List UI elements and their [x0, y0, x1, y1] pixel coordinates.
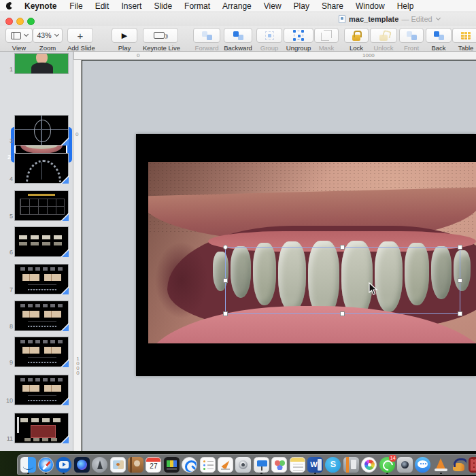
slide-thumbnail-4[interactable]: 4 — [14, 153, 69, 184]
slide-1-preview — [14, 53, 69, 74]
red-grid-app-icon — [469, 457, 476, 473]
dock-item-music[interactable] — [449, 454, 467, 475]
dock-item-dictionary[interactable] — [342, 454, 360, 475]
slide-thumbnail-10[interactable]: 10 — [14, 375, 69, 405]
menu-share[interactable]: Share — [316, 0, 350, 12]
window-title-bar: mac_template — Edited — [0, 12, 476, 26]
menu-file[interactable]: File — [63, 0, 88, 12]
group-button[interactable]: Group — [256, 28, 282, 52]
back-button[interactable]: Back — [426, 28, 452, 52]
lock-button[interactable]: Lock — [344, 28, 369, 52]
selection-handle-bottom-left[interactable] — [223, 311, 228, 316]
selection-handle-bottom-right[interactable] — [458, 311, 462, 316]
mask-button[interactable]: Mask — [314, 28, 339, 52]
dock-item-calendar[interactable]: 27 — [145, 454, 163, 475]
dock-item-tv[interactable] — [163, 454, 180, 475]
unlock-button[interactable]: Unlock — [370, 28, 397, 52]
display-icon — [154, 32, 165, 39]
quicktime-icon — [182, 457, 197, 473]
front-button[interactable]: Front — [399, 28, 424, 52]
running-indicator — [27, 473, 29, 475]
dock-item-finder[interactable] — [19, 454, 37, 475]
dock-item-siri[interactable] — [73, 454, 90, 475]
slide-thumbnail-7[interactable]: 7 — [14, 264, 69, 294]
forward-button[interactable]: Forward — [193, 28, 220, 52]
slide-thumbnail-8[interactable]: 8 — [14, 301, 69, 331]
add-slide-button[interactable]: + Add Slide — [67, 28, 93, 52]
selection-bounding-box[interactable] — [225, 247, 460, 314]
menu-arrange[interactable]: Arrange — [216, 0, 258, 12]
vertical-ruler: 0 1000 — [73, 60, 82, 451]
slide-thumbnail-1[interactable]: 1 — [14, 53, 69, 74]
slide-thumbnail-6[interactable]: 6 — [14, 226, 69, 257]
dock-item-quicktime[interactable] — [181, 454, 199, 475]
dock-item-contacts[interactable] — [126, 454, 144, 475]
menu-format[interactable]: Format — [178, 0, 216, 12]
menu-insert[interactable]: Insert — [115, 0, 148, 12]
selection-handle-middle-right[interactable] — [458, 278, 462, 283]
zoom-button[interactable]: 43% Zoom — [33, 28, 63, 52]
running-indicator — [45, 473, 47, 475]
selection-handle-bottom-middle[interactable] — [340, 311, 345, 316]
selection-handle-top-left[interactable] — [223, 245, 228, 250]
dock-item-word[interactable]: W — [306, 454, 324, 475]
menu-edit[interactable]: Edit — [89, 0, 116, 12]
running-indicator — [440, 473, 442, 475]
close-button[interactable] — [5, 18, 13, 25]
dock-item-keynote[interactable] — [252, 454, 270, 475]
selection-handle-top-middle[interactable] — [340, 245, 345, 250]
ungroup-button[interactable]: Ungroup — [284, 28, 313, 52]
slide-thumbnail-11[interactable]: 11 — [14, 413, 69, 443]
dock-item-launchpad[interactable] — [91, 454, 109, 475]
dock-item-photos[interactable] — [360, 454, 377, 475]
dock-item-vlc[interactable] — [432, 454, 449, 475]
apple-logo-icon[interactable] — [0, 3, 18, 10]
menu-play[interactable]: Play — [288, 0, 316, 12]
backward-button[interactable]: Backward — [224, 28, 252, 52]
dock-item-preview[interactable] — [109, 454, 126, 475]
fullscreen-button[interactable] — [27, 18, 35, 25]
dock-item-video-player[interactable] — [55, 454, 73, 475]
menu-slide[interactable]: Slide — [148, 0, 178, 12]
menu-keynote[interactable]: Keynote — [18, 0, 63, 12]
dock-item-notes[interactable] — [288, 454, 306, 475]
menu-window[interactable]: Window — [350, 0, 391, 12]
dock-item-whatsapp[interactable]: 14 — [378, 454, 396, 475]
group-icon — [265, 31, 274, 40]
document-title[interactable]: mac_template — Edited — [339, 14, 440, 24]
calendar-icon: 27 — [146, 457, 161, 473]
menu-help[interactable]: Help — [391, 0, 420, 12]
back-icon — [434, 31, 444, 40]
dock-item-automator[interactable] — [235, 454, 252, 475]
dock-item-colorsync[interactable] — [270, 454, 288, 475]
dock-item-safari[interactable] — [37, 454, 54, 475]
dock-item-reminders[interactable] — [199, 454, 216, 475]
slide-thumbnail-5[interactable]: 5 — [14, 190, 69, 221]
dock-item-photo-booth[interactable] — [396, 454, 413, 475]
keynote-live-button[interactable]: )) Keynote Live — [143, 28, 178, 52]
slide-thumbnail-3[interactable]: 3 — [14, 115, 69, 146]
safari-icon — [38, 457, 54, 473]
slide-canvas[interactable] — [82, 61, 476, 451]
dock-item-messages[interactable] — [414, 454, 432, 475]
selection-handle-top-right[interactable] — [458, 245, 462, 250]
front-icon — [407, 31, 417, 40]
slide-2-editing-area[interactable] — [136, 134, 476, 376]
dock-item-red-app[interactable] — [468, 454, 476, 475]
signal-waves-icon: )) — [165, 33, 167, 39]
selection-handle-middle-left[interactable] — [223, 278, 228, 283]
view-button[interactable]: View — [5, 28, 33, 52]
slide-thumbnail-9[interactable]: 9 — [14, 337, 69, 367]
tv-icon — [164, 457, 180, 473]
view-panes-icon — [11, 32, 21, 39]
skip-corner-badge — [61, 175, 69, 184]
chevron-down-icon — [436, 16, 441, 20]
play-button[interactable]: ▶ Play — [112, 28, 137, 52]
menu-view[interactable]: View — [258, 0, 288, 12]
play-icon: ▶ — [122, 32, 127, 39]
minimize-button[interactable] — [16, 18, 24, 25]
table-button[interactable]: Table — [452, 28, 476, 52]
dock-item-skype[interactable]: S — [324, 454, 342, 475]
menu-bar: Keynote File Edit Insert Slide Format Ar… — [0, 0, 476, 12]
dock-item-pages[interactable] — [216, 454, 234, 475]
